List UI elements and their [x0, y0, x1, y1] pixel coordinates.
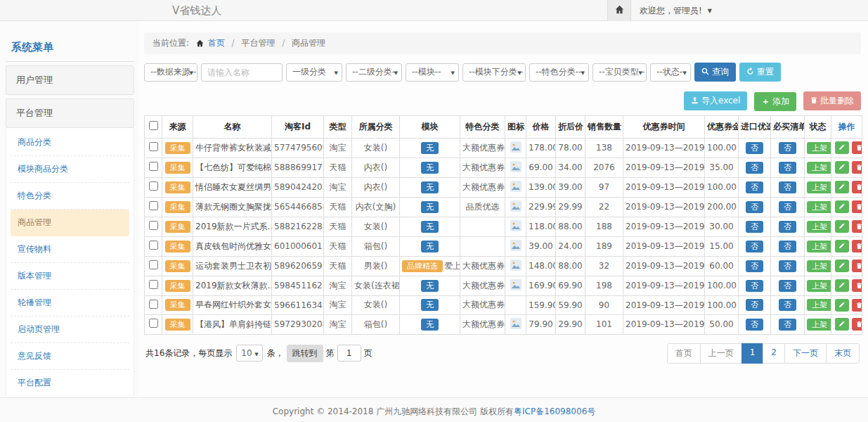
sidebar-subitem-8[interactable]: 意见反馈 [11, 343, 129, 370]
row-checkbox[interactable] [149, 142, 158, 151]
delete-button[interactable] [852, 299, 862, 312]
status-button[interactable]: 上架 [807, 241, 831, 252]
import-select-toggle[interactable]: 否 [746, 241, 763, 252]
edit-button[interactable] [835, 318, 849, 331]
sidebar-subitem-2[interactable]: 特色分类 [11, 183, 129, 210]
must-buy-toggle[interactable]: 否 [779, 260, 796, 272]
batch-delete-button[interactable]: 批量删除 [803, 91, 861, 110]
sidebar-subitem-5[interactable]: 版本管理 [11, 263, 129, 290]
row-checkbox[interactable] [149, 241, 158, 250]
sidebar-subitem-4[interactable]: 宣传物料 [11, 236, 129, 263]
import-select-toggle[interactable]: 否 [746, 142, 763, 154]
row-checkbox[interactable] [149, 300, 158, 309]
edit-button[interactable] [835, 141, 849, 154]
row-checkbox[interactable] [149, 221, 158, 230]
page-button-1[interactable]: 上一页 [700, 343, 742, 364]
per-page-select[interactable]: 10 ▼ [236, 345, 262, 362]
home-button[interactable] [607, 0, 631, 21]
status-button[interactable]: 上架 [807, 221, 831, 233]
breadcrumb-home-link[interactable]: 首页 [208, 38, 225, 48]
must-buy-toggle[interactable]: 否 [779, 299, 796, 311]
import-excel-button[interactable]: 导入excel [684, 91, 747, 110]
status-button[interactable]: 上架 [807, 201, 831, 213]
delete-button[interactable] [852, 200, 862, 213]
page-button-3[interactable]: 2 [763, 343, 785, 364]
row-checkbox[interactable] [149, 201, 158, 210]
import-select-toggle[interactable]: 否 [746, 319, 763, 331]
must-buy-toggle[interactable]: 否 [779, 241, 796, 252]
edit-button[interactable] [835, 279, 849, 292]
must-buy-toggle[interactable]: 否 [779, 142, 796, 154]
edit-button[interactable] [835, 240, 849, 252]
reset-button[interactable]: 重置 [739, 63, 781, 82]
delete-button[interactable] [852, 260, 862, 272]
query-button[interactable]: 查询 [694, 63, 736, 82]
must-buy-toggle[interactable]: 否 [779, 280, 796, 292]
must-buy-toggle[interactable]: 否 [779, 181, 796, 193]
module-select[interactable]: --模块--▼ [406, 63, 459, 82]
status-button[interactable]: 上架 [807, 280, 831, 292]
edit-button[interactable] [835, 299, 849, 312]
import-select-toggle[interactable]: 否 [746, 162, 763, 174]
edit-button[interactable] [835, 260, 849, 272]
sidebar-item-1[interactable]: 平台管理 [6, 98, 134, 128]
delete-button[interactable] [852, 220, 862, 233]
status-button[interactable]: 上架 [807, 260, 831, 272]
delete-button[interactable] [852, 279, 862, 292]
import-select-toggle[interactable]: 否 [746, 181, 763, 193]
name-search-input[interactable] [201, 63, 283, 82]
row-checkbox[interactable] [149, 260, 158, 269]
page-button-5[interactable]: 末页 [826, 343, 860, 364]
edit-button[interactable] [835, 181, 849, 193]
must-buy-toggle[interactable]: 否 [779, 162, 796, 174]
page-number-input[interactable] [337, 345, 361, 362]
level1-category-select[interactable]: 一级分类▼ [286, 63, 342, 82]
page-button-4[interactable]: 下一页 [784, 343, 827, 364]
sidebar-subitem-1[interactable]: 模块商品分类 [11, 156, 129, 183]
level2-category-select[interactable]: --二级分类--▼ [346, 63, 402, 82]
add-button[interactable]: ＋ 添加 [754, 92, 796, 111]
sidebar-subitem-9[interactable]: 平台配置 [11, 370, 129, 395]
status-button[interactable]: 上架 [807, 162, 831, 174]
jump-button[interactable]: 跳转到 [287, 345, 323, 362]
status-button[interactable]: 上架 [807, 142, 831, 154]
must-buy-toggle[interactable]: 否 [779, 201, 796, 213]
module-subcategory-select[interactable]: --模块下分类--▼ [462, 63, 526, 82]
import-select-toggle[interactable]: 否 [746, 201, 763, 213]
delete-button[interactable] [852, 181, 862, 193]
import-select-toggle[interactable]: 否 [746, 221, 763, 233]
sidebar-item-0[interactable]: 用户管理 [6, 65, 134, 95]
sidebar-subitem-7[interactable]: 启动页管理 [11, 316, 129, 343]
sidebar-subitem-6[interactable]: 轮播管理 [11, 290, 129, 316]
icp-link[interactable]: 粤ICP备16098006号 [514, 407, 595, 416]
row-checkbox[interactable] [149, 280, 158, 289]
edit-button[interactable] [835, 161, 849, 174]
delete-button[interactable] [852, 318, 862, 331]
status-button[interactable]: 上架 [807, 319, 831, 331]
row-checkbox[interactable] [149, 319, 158, 328]
must-buy-toggle[interactable]: 否 [779, 319, 796, 331]
sidebar-subitem-0[interactable]: 商品分类 [11, 129, 129, 156]
edit-button[interactable] [835, 220, 849, 233]
delete-button[interactable] [852, 161, 862, 174]
sidebar-subitem-3[interactable]: 商品管理 [11, 210, 129, 236]
status-select[interactable]: --状态--▼ [650, 63, 691, 82]
page-button-0[interactable]: 首页 [667, 343, 701, 364]
must-buy-toggle[interactable]: 否 [779, 221, 796, 233]
user-menu[interactable]: 欢迎您，管理员! ▼ [640, 5, 712, 17]
delete-button[interactable] [852, 141, 862, 154]
import-select-toggle[interactable]: 否 [746, 299, 763, 311]
import-select-toggle[interactable]: 否 [746, 280, 763, 292]
feature-category-select[interactable]: --特色分类--▼ [529, 63, 589, 82]
status-button[interactable]: 上架 [807, 299, 831, 311]
item-type-select[interactable]: --宝贝类型--▼ [592, 63, 647, 82]
delete-button[interactable] [852, 240, 862, 252]
page-button-2[interactable]: 1 [741, 343, 764, 364]
data-source-select[interactable]: --数据来源--▼ [144, 63, 197, 82]
row-checkbox[interactable] [149, 162, 158, 171]
select-all-checkbox[interactable] [149, 121, 158, 130]
edit-button[interactable] [835, 200, 849, 213]
status-button[interactable]: 上架 [807, 181, 831, 193]
import-select-toggle[interactable]: 否 [746, 260, 763, 272]
row-checkbox[interactable] [149, 181, 158, 191]
